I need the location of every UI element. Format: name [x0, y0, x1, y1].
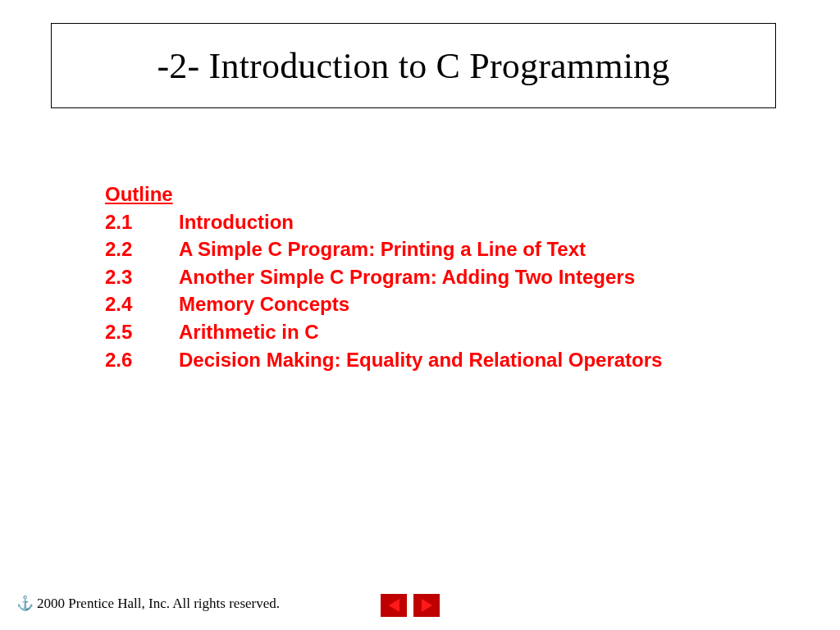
outline-item-label: Decision Making: Equality and Relational…: [179, 346, 662, 374]
slide-title: -2- Introduction to C Programming: [158, 45, 670, 87]
outline-item: 2.1 Introduction: [105, 208, 662, 236]
outline-item: 2.5 Arithmetic in C: [105, 318, 662, 346]
outline-item-number: 2.3: [105, 263, 179, 291]
outline-item-label: Arithmetic in C: [179, 318, 319, 346]
outline-item-label: Introduction: [179, 208, 294, 236]
nav-buttons: [381, 594, 440, 617]
outline-item-number: 2.1: [105, 208, 179, 236]
outline-block: Outline 2.1 Introduction 2.2 A Simple C …: [105, 180, 662, 373]
triangle-left-icon: [389, 599, 399, 612]
outline-item-number: 2.4: [105, 290, 179, 318]
footer: ⚓ 2000 Prentice Hall, Inc. All rights re…: [16, 595, 280, 612]
outline-item-number: 2.6: [105, 346, 179, 374]
next-button[interactable]: [413, 594, 440, 617]
outline-item: 2.4 Memory Concepts: [105, 290, 662, 318]
outline-item: 2.6 Decision Making: Equality and Relati…: [105, 346, 662, 374]
copyright-text: 2000 Prentice Hall, Inc. All rights rese…: [37, 596, 280, 612]
title-frame: -2- Introduction to C Programming: [51, 23, 776, 108]
anchor-icon: ⚓: [16, 595, 34, 612]
triangle-right-icon: [422, 599, 432, 612]
outline-item-number: 2.2: [105, 235, 179, 263]
outline-item: 2.2 A Simple C Program: Printing a Line …: [105, 235, 662, 263]
outline-item-label: Memory Concepts: [179, 290, 349, 318]
outline-item: 2.3 Another Simple C Program: Adding Two…: [105, 263, 662, 291]
outline-item-label: A Simple C Program: Printing a Line of T…: [179, 235, 586, 263]
prev-button[interactable]: [381, 594, 407, 617]
outline-item-label: Another Simple C Program: Adding Two Int…: [179, 263, 635, 291]
outline-item-number: 2.5: [105, 318, 179, 346]
outline-heading: Outline: [105, 180, 662, 208]
